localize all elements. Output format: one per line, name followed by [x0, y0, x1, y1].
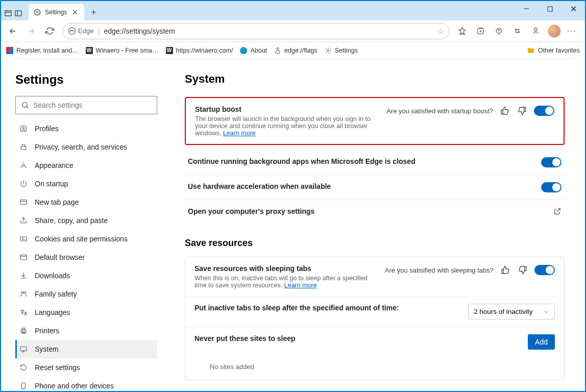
svg-point-7 [68, 28, 75, 34]
hwaccel-toggle[interactable] [541, 182, 561, 192]
svg-point-12 [498, 30, 500, 31]
nav-printers[interactable]: Printers [15, 322, 157, 340]
nav-languages[interactable]: Languages [15, 303, 157, 322]
extensions-icon[interactable] [509, 22, 526, 40]
tab-title: Settings [45, 9, 67, 16]
bookmark-label: https://winaero.com/ [176, 47, 233, 54]
search-settings-box[interactable] [15, 96, 157, 114]
nav-label: New tab page [35, 198, 79, 206]
nav-downloads[interactable]: Downloads [15, 266, 157, 285]
thumbs-up-icon[interactable] [500, 264, 511, 276]
nav-reset[interactable]: Reset settings [15, 358, 157, 377]
tab-actions-icon[interactable] [4, 9, 12, 17]
other-favorites-button[interactable]: Other favorites [527, 46, 580, 55]
back-button[interactable] [4, 22, 21, 40]
site-identity[interactable]: Edge [68, 27, 93, 35]
nav-privacy[interactable]: Privacy, search, and services [15, 138, 157, 156]
svg-rect-6 [548, 7, 552, 11]
never-sleep-label: Never put these sites to sleep [194, 334, 521, 342]
forward-button[interactable] [22, 22, 40, 40]
favicon-icon [240, 47, 247, 54]
startup-boost-toggle[interactable] [534, 106, 554, 116]
sleeping-tabs-card: Save resources with sleeping tabs When t… [185, 257, 565, 380]
browser-tab[interactable]: Settings ✕ [29, 4, 84, 20]
nav-label: System [35, 345, 59, 353]
thumbs-up-icon[interactable] [499, 105, 510, 116]
bookmark-item[interactable]: Settings [325, 47, 358, 54]
svg-rect-36 [20, 347, 27, 351]
nav-newtab[interactable]: New tab page [15, 193, 157, 211]
address-bar[interactable]: Edge | edge://settings/system ☆ [62, 23, 450, 39]
more-menu-button[interactable]: ··· [564, 27, 580, 36]
refresh-button[interactable] [41, 22, 58, 40]
profile-icon [19, 125, 29, 133]
profile-avatar[interactable] [546, 22, 563, 40]
nav-system[interactable]: System [15, 340, 157, 358]
nav-onstartup[interactable]: On startup [15, 175, 157, 193]
nav-label: Printers [35, 327, 59, 335]
search-settings-input[interactable] [33, 101, 152, 109]
window-minimize-button[interactable] [515, 1, 538, 16]
nav-defaultbrowser[interactable]: Default browser [15, 248, 157, 266]
inactivity-dropdown[interactable]: 2 hours of inactivity [468, 304, 555, 320]
svg-point-32 [24, 291, 26, 293]
bookmark-label: edge://flags [284, 47, 318, 54]
startup-boost-title: Startup boost [195, 105, 379, 113]
svg-rect-2 [15, 11, 21, 16]
nav-share[interactable]: Share, copy, and paste [15, 211, 157, 230]
proxy-row[interactable]: Open your computer's proxy settings [185, 200, 565, 223]
system-icon [19, 345, 29, 353]
nav-label: Reset settings [35, 363, 80, 372]
bgapps-title: Continue running background apps when Mi… [188, 157, 534, 165]
startup-boost-desc: The browser will launch in the backgroun… [195, 115, 379, 137]
bookmark-label: Winaero - Free sma… [96, 47, 159, 54]
bookmark-item[interactable]: About [240, 47, 267, 54]
settings-heading: Settings [15, 72, 157, 87]
shopping-icon[interactable] [491, 22, 508, 40]
svg-rect-34 [22, 328, 25, 330]
feedback-icon[interactable] [527, 22, 545, 40]
bookmark-item[interactable]: Whttps://winaero.com/ [166, 47, 233, 54]
nav-profiles[interactable]: Profiles [15, 119, 157, 138]
window-maximize-button[interactable] [538, 1, 561, 16]
nav-phone[interactable]: Phone and other devices [15, 377, 157, 391]
printer-icon [19, 327, 29, 335]
new-tab-button[interactable]: + [86, 5, 101, 19]
favorites-icon[interactable] [454, 22, 471, 40]
bookmarks-bar: Register, install and… WWinaero - Free s… [1, 42, 585, 59]
favorite-star-icon[interactable]: ☆ [437, 27, 444, 35]
browser-window: Settings ✕ + ✕ Edge | edge://settings/sy… [1, 1, 585, 391]
tab-close-icon[interactable]: ✕ [71, 8, 79, 16]
thumbs-down-icon[interactable] [517, 105, 528, 116]
vertical-tabs-icon[interactable] [14, 9, 22, 17]
appearance-icon [19, 161, 29, 169]
bookmark-item[interactable]: WWinaero - Free sma… [86, 47, 159, 54]
separator: | [97, 27, 100, 36]
favicon-icon: W [86, 47, 93, 54]
svg-rect-21 [21, 146, 26, 150]
bookmark-label: About [250, 47, 267, 54]
proxy-title: Open your computer's proxy settings [188, 207, 546, 215]
collections-icon[interactable] [472, 22, 490, 40]
inactive-label: Put inactive tabs to sleep after the spe… [194, 304, 461, 312]
learn-more-link[interactable]: Learn more [284, 282, 317, 289]
thumbs-down-icon[interactable] [517, 264, 528, 276]
bookmark-item[interactable]: edge://flags [274, 47, 318, 54]
nav-appearance[interactable]: Appearance [15, 156, 157, 175]
bgapps-toggle[interactable] [541, 157, 561, 167]
bookmark-label: Register, install and… [16, 47, 79, 54]
settings-sidebar: Settings Profiles Privacy, search, and s… [1, 59, 169, 391]
search-icon [21, 101, 29, 109]
svg-rect-0 [5, 11, 11, 16]
sleeping-tabs-toggle[interactable] [534, 265, 555, 275]
bookmark-item[interactable]: Register, install and… [6, 47, 79, 54]
bgapps-row: Continue running background apps when Mi… [185, 150, 565, 175]
svg-point-13 [515, 29, 517, 30]
add-site-button[interactable]: Add [528, 334, 555, 350]
nav-cookies[interactable]: Cookies and site permissions [15, 230, 157, 248]
window-close-button[interactable]: ✕ [561, 1, 585, 16]
power-icon [19, 180, 29, 188]
share-icon [19, 216, 29, 225]
nav-family[interactable]: Family safety [15, 285, 157, 303]
learn-more-link[interactable]: Learn more [223, 130, 256, 137]
